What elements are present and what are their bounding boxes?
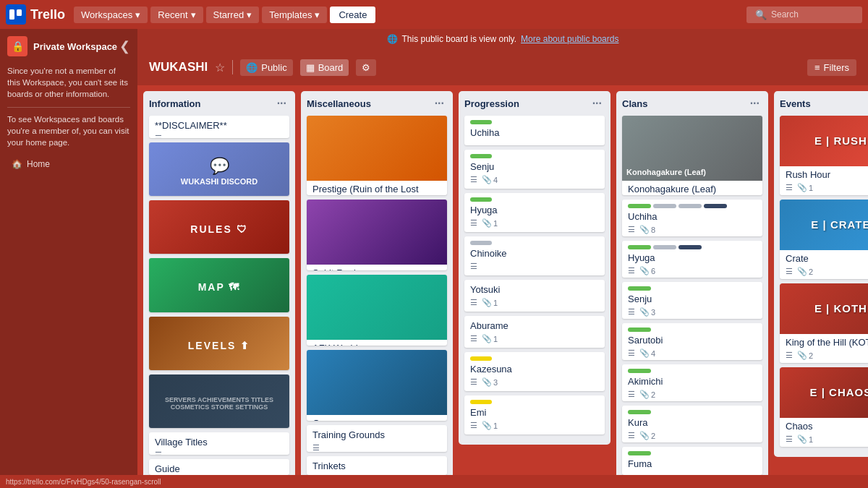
board-icon: ▦ <box>306 62 315 73</box>
recent-button[interactable]: Recent ▾ <box>150 7 203 23</box>
card-aburame-prog[interactable]: Aburame ☰ 📎1 <box>464 316 605 348</box>
card-fuma-clan[interactable]: Fuma <box>622 447 762 475</box>
card-kura-clan[interactable]: Kura ☰ 📎2 <box>622 406 762 442</box>
column-title: Information <box>149 98 201 109</box>
filter-icon: ≡ <box>814 62 820 73</box>
card-afk-world[interactable]: AFK World <box>307 275 447 346</box>
card-hyuga-clan[interactable]: Hyuga ☰ 📎6 <box>622 241 762 278</box>
search-icon: 🔍 <box>755 9 767 20</box>
attachment-count: 📎4 <box>639 348 655 358</box>
label <box>678 204 702 208</box>
visibility-button[interactable]: 🌐 Public <box>240 59 292 76</box>
column-clans: Clans ··· Konohagakure (Leaf) Konohagaku… <box>616 91 768 485</box>
description-icon: ☰ <box>155 134 162 138</box>
column-menu-button[interactable]: ··· <box>432 97 447 110</box>
label <box>628 451 651 455</box>
sidebar-home-item[interactable]: 🏠 Home <box>7 156 130 172</box>
search-bar[interactable]: 🔍 Search <box>746 7 862 23</box>
sidebar-text-1: Since you're not a member of this Worksp… <box>7 65 130 100</box>
card-image: Konohagakure (Leaf) <box>622 116 762 181</box>
card-senju-clan[interactable]: Senju ☰ 📎3 <box>622 282 762 319</box>
board-title: WUKASHI <box>149 60 208 74</box>
card-yotsuki-prog[interactable]: Yotsuki ☰ 📎1 <box>464 280 605 312</box>
label <box>653 204 676 208</box>
description-icon: ☰ <box>628 266 635 275</box>
card-rush-hour[interactable]: E | RUSH 🪙 Rush Hour ☰ 📎1 <box>780 116 868 195</box>
description-icon: ☰ <box>628 431 635 440</box>
create-button[interactable]: Create <box>330 7 375 23</box>
column-title: Clans <box>622 98 647 109</box>
customize-button[interactable]: ⚙ <box>356 59 376 76</box>
card-image <box>307 275 447 340</box>
templates-button[interactable]: Templates ▾ <box>262 7 327 23</box>
card-senju-prog[interactable]: Senju ☰ 📎4 <box>464 150 605 189</box>
tag <box>470 400 492 404</box>
tag <box>470 241 492 245</box>
description-icon: ☰ <box>628 390 635 399</box>
card-konohakagure[interactable]: Konohagakure (Leaf) Konohagakure (Leaf) <box>622 116 762 195</box>
starred-button[interactable]: Starred ▾ <box>206 7 260 23</box>
star-button[interactable]: ☆ <box>215 61 225 74</box>
card-image <box>307 350 447 415</box>
label <box>653 245 676 249</box>
label <box>628 286 651 291</box>
column-menu-button[interactable]: ··· <box>747 97 762 110</box>
card-hyuga-prog[interactable]: Hyuga ☰ 📎1 <box>464 193 605 232</box>
card-levels[interactable]: LEVELS ⬆ Levels <box>149 317 289 370</box>
card-prestige[interactable]: Prestige (Ruin of the Lost World) <box>307 116 447 195</box>
attachment-count: 📎1 <box>482 421 498 430</box>
filters-button[interactable]: ≡ Filters <box>807 59 856 76</box>
column-information: Information ··· **DISCLAIMER** ☰ 💬 WUKAS… <box>143 91 295 485</box>
column-title: Miscellaneous <box>307 98 371 109</box>
card-sarutobi-clan[interactable]: Sarutobi ☰ 📎4 <box>622 323 762 360</box>
card-uchiha-clan[interactable]: Uchiha ☰ 📎8 <box>622 200 762 236</box>
card-crate[interactable]: E | CRATE 📦 Crate ☰ 📎2 <box>780 200 868 279</box>
card-menu[interactable]: SERVERS ACHIEVEMENTS TITLES COSMETICS ST… <box>149 374 289 428</box>
card-koth[interactable]: E | KOTH 🏁 King of the Hill (KOTH) ☰ 📎2 <box>780 283 868 363</box>
label <box>678 245 702 249</box>
card-trinkets[interactable]: Trinkets <box>307 456 447 475</box>
chevron-down-icon: ▾ <box>247 9 252 20</box>
column-menu-button[interactable]: ··· <box>590 97 605 110</box>
card-graves[interactable]: Graves <box>307 350 447 421</box>
column-header-clans: Clans ··· <box>622 97 762 110</box>
attachment-count: 📎1 <box>797 183 813 192</box>
card-kazesuna-prog[interactable]: Kazesuna ☰ 📎3 <box>464 352 605 391</box>
board-view-button[interactable]: ▦ Board <box>300 59 349 76</box>
column-menu-button[interactable]: ··· <box>274 97 289 110</box>
card-akimichi-clan[interactable]: Akimichi ☰ 📎2 <box>622 364 762 401</box>
card-image: E | RUSH 🪙 <box>780 116 868 166</box>
card-uchiha-prog[interactable]: Uchiha <box>464 116 605 145</box>
card-guide[interactable]: Guide <box>149 459 289 475</box>
logo: Trello <box>6 4 65 25</box>
attachment-count: 📎1 <box>482 298 498 307</box>
svg-rect-1 <box>17 9 22 16</box>
logo-text: Trello <box>30 7 65 22</box>
workspaces-button[interactable]: Workspaces ▾ <box>74 7 148 23</box>
label <box>704 204 727 208</box>
sidebar-close-button[interactable]: ❮ <box>119 38 130 54</box>
top-nav: Trello Workspaces ▾ Recent ▾ Starred ▾ T… <box>0 0 868 29</box>
card-chinoike-prog[interactable]: Chinoike ☰ <box>464 236 605 275</box>
label <box>628 328 651 332</box>
card-image: RULES 🛡 <box>149 200 289 254</box>
description-icon: ☰ <box>628 225 635 234</box>
description-icon: ☰ <box>786 267 793 276</box>
card-spirit-realm[interactable]: Spirit Realm <box>307 200 447 270</box>
card-emi-prog[interactable]: Emi ☰ 📎1 <box>464 395 605 435</box>
card-chaos[interactable]: E | CHAOS 🔴 Chaos ☰ 📎1 <box>780 367 868 447</box>
card-training-grounds[interactable]: Training Grounds ☰ <box>307 425 447 452</box>
attachment-count: 📎1 <box>797 435 813 444</box>
card-discord[interactable]: 💬 WUKASHI DISCORD WUKASHI DISCORD <box>149 142 289 196</box>
card-village-titles[interactable]: Village Titles ☰ <box>149 432 289 455</box>
column-title: Events <box>780 98 811 109</box>
description-icon: ☰ <box>786 183 793 192</box>
card-disclaimer[interactable]: **DISCLAIMER** ☰ <box>149 116 289 138</box>
attachment-count: 📎1 <box>482 218 498 228</box>
card-map[interactable]: MAP 🗺 Map <box>149 258 289 312</box>
column-title: Progression <box>464 98 519 109</box>
public-boards-link[interactable]: More about public boards <box>521 34 618 44</box>
description-icon: ☰ <box>628 307 635 317</box>
board-header: WUKASHI ☆ 🌐 Public ▦ Board ⚙ ≡ Filters <box>137 49 868 85</box>
card-rules[interactable]: RULES 🛡 Rules <box>149 200 289 254</box>
